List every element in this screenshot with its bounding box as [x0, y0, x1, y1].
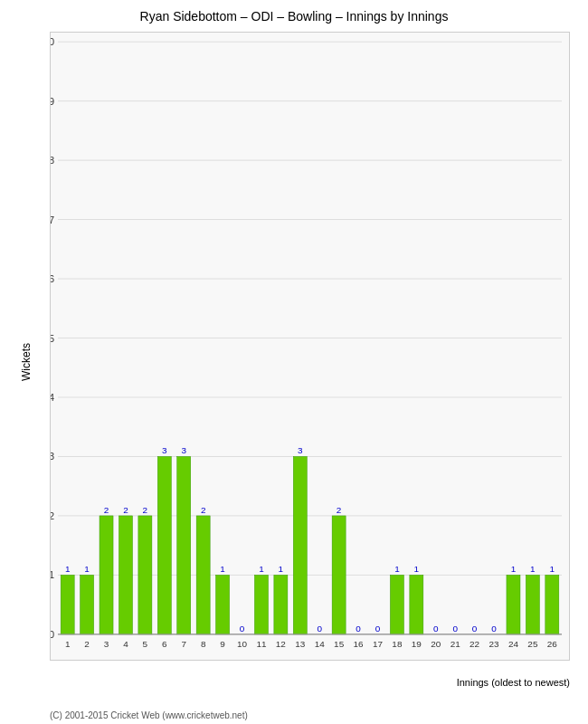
svg-text:7: 7: [51, 214, 54, 225]
svg-text:2: 2: [51, 510, 54, 521]
svg-text:0: 0: [51, 629, 54, 640]
svg-rect-46: [216, 575, 230, 634]
svg-rect-25: [81, 575, 94, 634]
svg-text:1: 1: [65, 639, 71, 649]
svg-rect-69: [390, 575, 403, 634]
svg-text:6: 6: [162, 639, 167, 649]
svg-rect-72: [410, 575, 423, 634]
svg-text:8: 8: [201, 639, 206, 649]
svg-text:2: 2: [104, 505, 109, 515]
svg-text:21: 21: [450, 639, 461, 649]
svg-text:5: 5: [51, 333, 54, 344]
svg-rect-89: [545, 575, 559, 634]
chart-svg: 0123456789101112232425363728190101111123…: [51, 33, 569, 660]
svg-text:14: 14: [315, 639, 326, 649]
svg-text:0: 0: [491, 624, 497, 634]
svg-text:15: 15: [334, 639, 345, 649]
svg-text:1: 1: [259, 564, 264, 574]
svg-text:22: 22: [469, 639, 480, 649]
svg-rect-62: [332, 516, 346, 634]
svg-text:1: 1: [220, 564, 225, 574]
svg-text:1: 1: [279, 564, 284, 574]
svg-text:19: 19: [412, 639, 422, 649]
svg-text:2: 2: [143, 505, 148, 515]
svg-text:25: 25: [527, 639, 538, 649]
svg-text:1: 1: [550, 564, 555, 574]
svg-text:5: 5: [143, 639, 148, 649]
svg-rect-28: [100, 516, 113, 634]
copyright-label: (C) 2001-2015 Cricket Web (www.cricketwe…: [50, 710, 248, 720]
svg-text:26: 26: [547, 639, 558, 649]
svg-text:1: 1: [84, 564, 90, 574]
svg-text:10: 10: [237, 639, 248, 649]
svg-rect-22: [61, 575, 74, 634]
svg-text:0: 0: [240, 624, 245, 634]
svg-text:1: 1: [394, 564, 400, 574]
svg-text:23: 23: [489, 639, 500, 649]
svg-text:0: 0: [433, 624, 439, 634]
svg-text:24: 24: [508, 639, 519, 649]
svg-text:8: 8: [51, 155, 54, 166]
svg-text:2: 2: [123, 505, 128, 515]
svg-text:9: 9: [51, 96, 54, 107]
svg-text:0: 0: [356, 624, 361, 634]
chart-title: Ryan Sidebottom – ODI – Bowling – Inning…: [0, 0, 588, 28]
svg-text:1: 1: [530, 564, 536, 574]
svg-text:20: 20: [431, 639, 441, 649]
svg-text:2: 2: [337, 505, 342, 515]
svg-text:11: 11: [256, 639, 267, 649]
svg-text:1: 1: [51, 569, 54, 580]
svg-text:0: 0: [375, 624, 381, 634]
x-axis-label: Innings (oldest to newest): [50, 677, 570, 688]
svg-rect-40: [177, 456, 191, 634]
svg-text:10: 10: [51, 36, 54, 47]
svg-text:3: 3: [181, 445, 186, 455]
chart-area: 0123456789101112232425363728190101111123…: [50, 32, 570, 661]
svg-text:1: 1: [511, 564, 517, 574]
svg-text:3: 3: [104, 639, 109, 649]
svg-rect-83: [507, 575, 520, 634]
svg-text:12: 12: [276, 639, 287, 649]
svg-text:17: 17: [373, 639, 384, 649]
svg-rect-31: [119, 516, 132, 634]
svg-text:13: 13: [295, 639, 306, 649]
svg-text:2: 2: [201, 505, 206, 515]
svg-rect-34: [138, 516, 152, 634]
svg-text:1: 1: [414, 564, 420, 574]
svg-text:0: 0: [472, 624, 478, 634]
svg-rect-54: [274, 575, 288, 634]
svg-text:1: 1: [65, 564, 71, 574]
svg-rect-57: [293, 456, 307, 634]
svg-text:0: 0: [452, 624, 458, 634]
svg-text:9: 9: [220, 639, 225, 649]
svg-text:4: 4: [123, 639, 128, 649]
svg-text:2: 2: [84, 639, 90, 649]
svg-text:3: 3: [51, 451, 54, 462]
svg-text:4: 4: [51, 392, 54, 403]
svg-text:16: 16: [354, 639, 365, 649]
svg-text:18: 18: [392, 639, 403, 649]
svg-text:6: 6: [51, 273, 54, 284]
svg-text:0: 0: [317, 624, 322, 634]
svg-rect-86: [526, 575, 539, 634]
svg-rect-43: [196, 516, 210, 634]
y-axis-label: Wickets: [20, 343, 33, 381]
svg-rect-37: [157, 456, 171, 634]
chart-container: Ryan Sidebottom – ODI – Bowling – Inning…: [0, 0, 588, 724]
svg-text:7: 7: [181, 639, 186, 649]
svg-text:3: 3: [298, 445, 303, 455]
svg-text:3: 3: [162, 445, 167, 455]
svg-rect-51: [254, 575, 268, 634]
